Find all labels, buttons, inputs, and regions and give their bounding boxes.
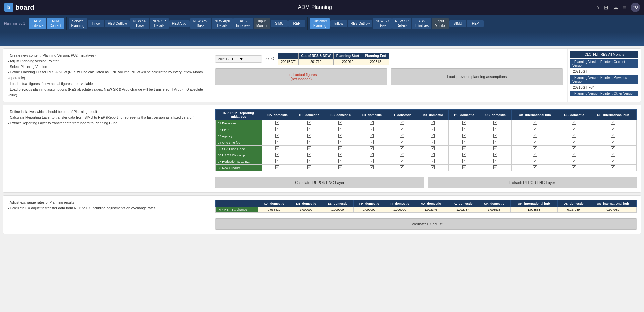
cb-ukint-1[interactable] [512, 120, 558, 126]
brand-logo: b board [4, 3, 34, 12]
avatar[interactable]: TU [631, 3, 640, 12]
table-row: 03 Agency [216, 133, 637, 139]
info-cut: 201712 [298, 59, 333, 65]
row-label-2: 02 PHP [216, 126, 262, 133]
nav-res-outflow-2[interactable]: RES Outflow [348, 20, 372, 27]
nav-new-sr-base-2[interactable]: NEW SRBase [373, 18, 392, 29]
col-cut: Cut of RES & NEW [298, 53, 333, 59]
nav-customer-planning[interactable]: CustomerPlanning [310, 18, 330, 29]
planning-version-row: 2021BGT ▼ ‹ › ↺ Cut of RES & NEW Plannin… [215, 53, 563, 65]
planning-info-table: Cut of RES & NEW Planning Start Planning… [278, 53, 389, 65]
clc-title: CLC_FLT_RES All Months [570, 51, 638, 58]
next-arrow[interactable]: › [268, 56, 269, 61]
col-end: Planning End [362, 53, 389, 59]
load-actual-btn[interactable]: Load actual figures(not needed) [215, 68, 387, 85]
nav-inflow-2[interactable]: Inflow [330, 20, 347, 27]
chat-icon[interactable]: ☁ [613, 4, 618, 11]
fx-table: CA_domestic DE_domestic ES_domestic FR_d… [215, 200, 637, 213]
fx-us-int: 0.927039 [589, 207, 637, 213]
section-1-description: - Create new content (Planning Version, … [3, 49, 211, 102]
nav-res-arpu[interactable]: RES Arpu [169, 20, 190, 27]
fx-it: 1.000000 [385, 207, 415, 213]
row-label-4: 04 One time fee [216, 139, 262, 146]
th-pl: PL_domestic [449, 110, 480, 120]
row-label-5: 05 SEA Push Case [216, 146, 262, 152]
desc-line-1: - Create new content (Planning Version, … [8, 53, 206, 58]
section-2-buttons: Calculate: REPORTING Layer Extract: REPO… [215, 177, 637, 188]
th-mx: MX_domestic [417, 110, 449, 120]
extract-reporting-btn[interactable]: Extract: REPORTING Layer [428, 177, 637, 188]
table-row: 02 PHP [216, 126, 637, 133]
load-previous-btn[interactable]: Load previous planning assumptions [391, 68, 563, 85]
cb-uk-1[interactable] [480, 120, 511, 126]
refresh-btn[interactable]: ↺ [271, 56, 275, 61]
menu-icon[interactable]: ≡ [623, 4, 626, 10]
th-fr: FR_domestic [356, 110, 387, 120]
cb-de-1[interactable] [293, 120, 325, 126]
desc3-line-2: - Calculate FX adjust to transfer data f… [8, 205, 206, 211]
nav-new-sr-base-1[interactable]: NEW SRBase [130, 18, 149, 29]
table-row: 04 One time fee [216, 139, 637, 146]
section-3-panel: - Adjust exchange rates of Planning resu… [3, 195, 641, 234]
row-label-7: 07 Reduction SAC B... [216, 158, 262, 165]
brand-name: board [15, 4, 34, 11]
nav-new-sr-details-2[interactable]: NEW SRDetails [392, 18, 411, 29]
initiatives-table-container: INP_REP_ReportingInitiatives CA_domestic… [215, 109, 637, 171]
cb-mx-1[interactable] [417, 120, 449, 126]
cb-pl-1[interactable] [449, 120, 480, 126]
nav-input-monitor-1[interactable]: InputMonitor [254, 18, 270, 29]
desc2-line-2: - Calculate Reporting Layer to transfer … [8, 115, 206, 120]
fx-uk-int: 1.003533 [510, 207, 557, 213]
fx-mx: 1.002346 [415, 207, 447, 213]
nav-adm-initialize[interactable]: ADMInitialize [29, 18, 46, 29]
fx-de: 1.000000 [290, 207, 322, 213]
clc-pointer-1: - Planning Version Pointer : Current Ver… [570, 59, 638, 68]
section-3-description: - Adjust exchange rates of Planning resu… [3, 196, 211, 234]
dropdown-icon[interactable]: ▼ [239, 57, 259, 61]
row-label-6: 06 US TS BK ramp u... [216, 152, 262, 158]
nav-inflow-1[interactable]: Inflow [88, 20, 104, 27]
th-us: US_domestic [558, 110, 590, 120]
desc-line-5: - Load actual figures if new actual figu… [8, 81, 206, 87]
fx-th-ca: CA_domestic [258, 200, 290, 207]
nav-input-monitor-2[interactable]: InputMonitor [432, 18, 449, 29]
blue-banner [0, 32, 644, 46]
cb-us-1[interactable] [558, 120, 590, 126]
nav-divider-1 [66, 17, 67, 30]
desc3-line-1: - Adjust exchange rates of Planning resu… [8, 200, 206, 205]
section-1-panel: - Create new content (Planning Version, … [3, 48, 641, 102]
desc-line-3: - Select Planning Version [8, 64, 206, 70]
version-selector[interactable]: 2021BGT ▼ [215, 55, 262, 63]
nav-new-arpu-base[interactable]: NEW ArpuBase [190, 18, 211, 29]
nav-adm-content[interactable]: ADMContent [47, 18, 64, 29]
home-icon[interactable]: ⌂ [596, 4, 599, 10]
nav-service-planning[interactable]: ServicePlanning [69, 18, 87, 29]
nav-res-outflow-1[interactable]: RES Outflow [105, 20, 129, 27]
calculate-reporting-btn[interactable]: Calculate: REPORTING Layer [215, 177, 424, 188]
nav-simu-1[interactable]: SIMU [271, 20, 288, 27]
nav-rep-1[interactable]: REP [288, 20, 305, 27]
cb-it-1[interactable] [387, 120, 417, 126]
cb-es-1[interactable] [325, 120, 356, 126]
th-us-int: US_international hub [590, 110, 636, 120]
nav-abs-initiatives-2[interactable]: ABSInitiatives [412, 18, 431, 29]
fx-th-fr: FR_domestic [354, 200, 385, 207]
prev-arrow[interactable]: ‹ [265, 56, 267, 61]
nav-abs-initiatives-1[interactable]: ABSInitiatives [233, 18, 253, 29]
cb-fr-1[interactable] [356, 120, 387, 126]
section-1-content: 2021BGT ▼ ‹ › ↺ Cut of RES & NEW Plannin… [211, 49, 567, 102]
nav-new-arpu-details[interactable]: NEW ArpuDetails [212, 18, 233, 29]
fx-us: 0.927039 [557, 207, 589, 213]
nav-rep-2[interactable]: REP [467, 20, 484, 27]
cb-usint-1[interactable] [590, 120, 636, 126]
fx-th-es: ES_domestic [322, 200, 354, 207]
nav-simu-2[interactable]: SIMU [449, 20, 466, 27]
info-start: 202010 [333, 59, 362, 65]
row-label-3: 03 Agency [216, 133, 262, 139]
cb-ca-1[interactable] [262, 120, 293, 126]
nav-new-sr-details-1[interactable]: NEW SRDetails [150, 18, 169, 29]
desc-line-2: - Adjust Planning version Pointer [8, 58, 206, 64]
grid-icon[interactable]: ⊟ [604, 4, 608, 11]
nav-arrows: ‹ › ↺ [265, 56, 275, 61]
calculate-fx-btn[interactable]: Calculate: FX adjust [215, 218, 637, 230]
